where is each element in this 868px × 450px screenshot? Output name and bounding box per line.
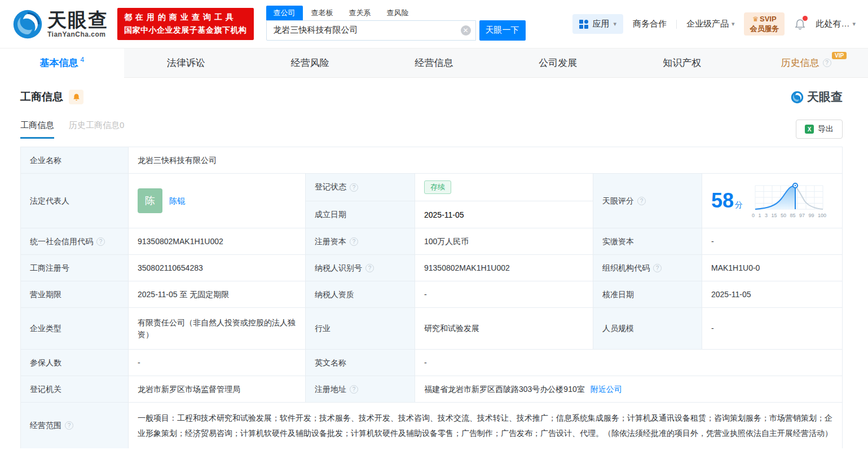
reg-number-label: 工商注册号 bbox=[21, 255, 129, 281]
vip-badge: VIP bbox=[832, 52, 847, 59]
help-icon[interactable]: ? bbox=[823, 59, 831, 67]
clear-search-icon[interactable]: ✕ bbox=[461, 25, 471, 36]
insured-count-value: - bbox=[129, 350, 306, 376]
taxpayer-quality-label: 纳税人资质 bbox=[306, 281, 415, 308]
section-header: 工商信息 天眼查 bbox=[20, 89, 843, 105]
business-term-value: 2025-11-05 至 无固定期限 bbox=[129, 281, 306, 308]
watermark-logo-icon bbox=[791, 91, 804, 104]
tab-company-development[interactable]: 公司发展 bbox=[496, 48, 620, 77]
help-icon[interactable]: ? bbox=[350, 237, 358, 246]
tab-legal-litigation[interactable]: 法律诉讼 bbox=[124, 48, 248, 77]
apps-menu-button[interactable]: 应用 ▾ bbox=[572, 14, 623, 34]
search-input[interactable] bbox=[266, 20, 476, 41]
help-icon[interactable]: ? bbox=[637, 197, 646, 205]
company-name-value: 龙岩三快科技有限公司 bbox=[129, 147, 842, 174]
promo-line1: 都在用的商业查询工具 bbox=[124, 12, 247, 23]
logo-text: 天眼查 TianYanCha.com bbox=[47, 10, 108, 38]
taxpayer-id-label: 纳税人识别号? bbox=[306, 255, 415, 281]
help-icon[interactable]: ? bbox=[350, 183, 358, 192]
user-account-menu[interactable]: 此处有… ▾ bbox=[816, 19, 856, 29]
export-button[interactable]: X 导出 bbox=[796, 120, 843, 139]
chevron-down-icon: ▾ bbox=[732, 20, 735, 28]
company-name-label: 企业名称 bbox=[21, 147, 129, 174]
search-tab-boss[interactable]: 查老板 bbox=[304, 6, 341, 20]
top-right-nav: 应用 ▾ 商务合作 企业级产品 ▾ ♛SVIP 会员服务 此处有… ▾ bbox=[572, 12, 856, 36]
reg-authority-value: 龙岩市新罗区市场监督管理局 bbox=[129, 376, 306, 403]
search-input-wrap: ✕ bbox=[266, 20, 476, 41]
company-type-label: 企业类型 bbox=[21, 308, 129, 350]
status-value: 存续 bbox=[415, 174, 593, 201]
score-axis-ticks: 01 315 5085 9799 100 bbox=[752, 212, 826, 220]
score-number: 58 bbox=[711, 189, 734, 212]
promo-line2: 国家中小企业发展子基金旗下机构 bbox=[124, 25, 247, 36]
promo-banner: 都在用的商业查询工具 国家中小企业发展子基金旗下机构 bbox=[117, 8, 254, 40]
reg-address-value: 福建省龙岩市新罗区西陂路303号办公楼910室 附近公司 bbox=[415, 376, 842, 403]
search-tab-risk[interactable]: 查风险 bbox=[380, 6, 416, 20]
search-tab-company[interactable]: 查公司 bbox=[266, 6, 303, 20]
tab-basic-info[interactable]: 基本信息 4 bbox=[0, 48, 124, 78]
status-date-composite: 登记状态? 存续 成立日期 2025-11-05 bbox=[306, 174, 593, 228]
english-name-label: 英文名称 bbox=[306, 350, 415, 376]
industry-label: 行业 bbox=[306, 308, 415, 350]
help-icon[interactable]: ? bbox=[653, 264, 662, 272]
crown-icon: ♛ bbox=[752, 15, 759, 23]
legal-rep-name-link[interactable]: 陈锟 bbox=[169, 195, 185, 207]
company-type-value: 有限责任公司（非自然人投资或控股的法人独资） bbox=[129, 308, 306, 350]
enterprise-label: 企业级产品 bbox=[686, 19, 729, 29]
tab-company-development-label: 公司发展 bbox=[539, 56, 577, 69]
status-badge: 存续 bbox=[424, 180, 451, 194]
subtab-business-info[interactable]: 工商信息 bbox=[20, 120, 54, 139]
established-label: 成立日期 bbox=[306, 201, 415, 228]
notification-bell-icon[interactable] bbox=[794, 18, 806, 30]
watermark-text: 天眼查 bbox=[807, 89, 843, 105]
export-label: 导出 bbox=[818, 124, 834, 134]
tab-operation-info[interactable]: 经营信息 bbox=[372, 48, 496, 77]
taxpayer-id-value: 91350802MAK1H1U002 bbox=[415, 255, 593, 281]
business-scope-value: 一般项目：工程和技术研究和试验发展；软件开发；技术服务、技术开发、技术咨询、技术… bbox=[129, 403, 842, 448]
tab-legal-litigation-label: 法律诉讼 bbox=[167, 56, 205, 69]
monitor-bell-icon[interactable] bbox=[69, 90, 83, 104]
tianyancha-logo[interactable]: 天眼查 TianYanCha.com bbox=[12, 9, 108, 39]
main-content: 工商信息 天眼查 工商信息 历史工商信息0 X 导出 bbox=[0, 78, 868, 448]
nav-business-cooperation[interactable]: 商务合作 bbox=[633, 19, 667, 29]
business-info-table: 企业名称 龙岩三快科技有限公司 法定代表人 陈 陈锟 登记状态? 存续 成立日期… bbox=[20, 147, 843, 448]
org-code-label: 组织机构代码? bbox=[593, 255, 702, 281]
tab-operation-risk[interactable]: 经营风险 bbox=[248, 48, 372, 77]
status-label: 登记状态? bbox=[306, 174, 415, 201]
industry-value: 研究和试验发展 bbox=[415, 308, 593, 350]
business-term-label: 营业期限 bbox=[21, 281, 129, 308]
apps-grid-icon bbox=[579, 20, 588, 29]
search-button[interactable]: 天眼一下 bbox=[479, 20, 526, 41]
reg-number-value: 350802110654283 bbox=[129, 255, 306, 281]
paid-capital-label: 实缴资本 bbox=[593, 228, 702, 255]
help-icon[interactable]: ? bbox=[350, 385, 358, 394]
tab-history-info[interactable]: VIP 历史信息 ? bbox=[744, 48, 868, 77]
divider bbox=[676, 20, 677, 29]
tab-intellectual-property[interactable]: 知识产权 bbox=[620, 48, 744, 77]
nearby-companies-link[interactable]: 附近公司 bbox=[591, 383, 622, 395]
business-scope-label: 经营范围? bbox=[21, 403, 129, 448]
established-value: 2025-11-05 bbox=[415, 201, 593, 228]
score-unit: 分 bbox=[735, 200, 743, 209]
staff-size-value: - bbox=[702, 308, 842, 350]
search-block: 查公司 查老板 查关系 查风险 ✕ 天眼一下 bbox=[266, 6, 526, 41]
help-icon[interactable]: ? bbox=[65, 421, 73, 430]
score-curve-chart[interactable]: 01 315 5085 9799 100 bbox=[752, 182, 826, 220]
svip-member-badge[interactable]: ♛SVIP 会员服务 bbox=[744, 12, 785, 36]
search-tab-relation[interactable]: 查关系 bbox=[342, 6, 378, 20]
svip-line1: SVIP bbox=[760, 15, 777, 23]
help-icon[interactable]: ? bbox=[96, 237, 105, 246]
reg-authority-label: 登记机关 bbox=[21, 376, 129, 403]
section-title: 工商信息 bbox=[20, 90, 63, 104]
legal-rep-value: 陈 陈锟 bbox=[129, 174, 306, 228]
subtab-history-business-info[interactable]: 历史工商信息0 bbox=[69, 120, 124, 139]
paid-capital-value: - bbox=[702, 228, 842, 255]
insured-count-label: 参保人数 bbox=[21, 350, 129, 376]
nav-enterprise-products[interactable]: 企业级产品 ▾ bbox=[686, 19, 735, 29]
help-icon[interactable]: ? bbox=[365, 264, 374, 272]
tab-intellectual-property-label: 知识产权 bbox=[663, 56, 701, 69]
tab-operation-info-label: 经营信息 bbox=[415, 56, 453, 69]
legal-rep-avatar[interactable]: 陈 bbox=[138, 188, 162, 213]
tab-operation-risk-label: 经营风险 bbox=[291, 56, 329, 69]
user-account-label: 此处有… bbox=[816, 19, 849, 29]
